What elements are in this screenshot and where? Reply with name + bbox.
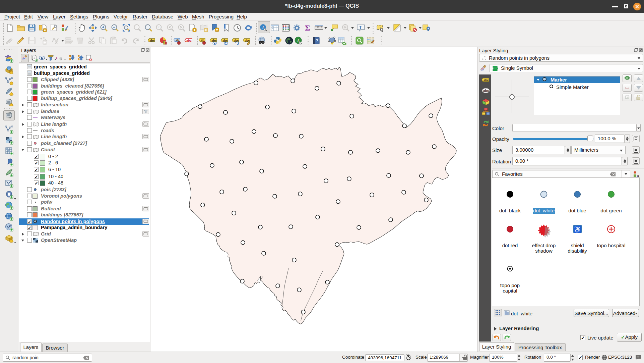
svg-text:dot green: dot green: [600, 208, 622, 213]
svg-text:abc: abc: [234, 39, 239, 42]
svg-text:abc: abc: [245, 39, 250, 42]
svg-text:abc: abc: [149, 39, 155, 42]
svg-text:i: i: [298, 38, 299, 43]
svg-text:capital: capital: [503, 288, 517, 294]
svg-text:dot red: dot red: [502, 243, 518, 248]
svg-text:a: a: [637, 174, 639, 177]
svg-text:Σ: Σ: [305, 23, 310, 32]
svg-text:abc: abc: [186, 39, 192, 42]
svg-text:ab: ab: [201, 39, 204, 42]
svg-text:1:1: 1:1: [157, 26, 161, 29]
svg-text:dot blue: dot blue: [568, 208, 586, 213]
svg-text:disability: disability: [568, 248, 587, 254]
svg-text:topo pop: topo pop: [500, 282, 520, 288]
svg-text:?: ?: [316, 38, 318, 43]
svg-text:abc: abc: [211, 39, 217, 42]
svg-text:abc: abc: [484, 79, 489, 82]
svg-text:dot white: dot white: [533, 208, 555, 213]
svg-text:abc: abc: [222, 39, 228, 42]
svg-text:shield: shield: [571, 243, 584, 248]
svg-text:topo hospital: topo hospital: [597, 243, 625, 248]
svg-text:ε: ε: [56, 55, 58, 60]
svg-text:T: T: [359, 25, 362, 30]
svg-text:abc: abc: [483, 89, 489, 93]
svg-text:a: a: [65, 28, 68, 32]
svg-text:i: i: [262, 25, 264, 30]
svg-text:♿: ♿: [574, 226, 582, 234]
svg-text:effect drop: effect drop: [532, 243, 556, 248]
svg-text:dot black: dot black: [499, 208, 521, 213]
svg-text:shadow: shadow: [535, 248, 553, 254]
